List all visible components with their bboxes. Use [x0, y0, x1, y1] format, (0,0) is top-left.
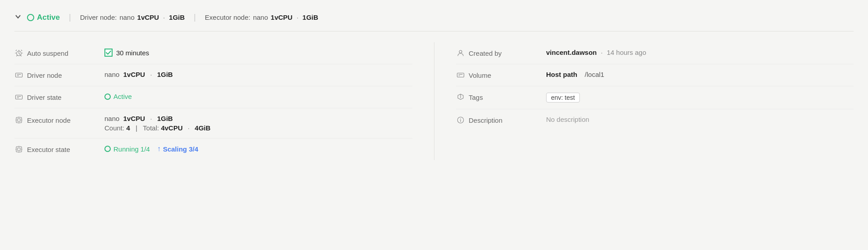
auto-suspend-minutes: 30 minutes — [116, 49, 149, 57]
running-circle-icon — [104, 146, 111, 152]
driver-node-cpu: 1vCPU — [137, 13, 159, 21]
executor-state-indicators: Running 1/4 ↑ Scaling 3/4 — [104, 145, 412, 153]
dot-1: · — [163, 13, 165, 21]
driver-state-value: Active — [104, 93, 412, 100]
driver-state-text: Driver state — [27, 94, 62, 101]
description-text: Description — [469, 116, 502, 124]
executor-node-ram-val: 1GiB — [157, 115, 173, 122]
svg-rect-8 — [18, 119, 20, 121]
separator-1: | — [69, 13, 71, 22]
executor-node-info: Executor node: nano 1vCPU · 1GiB — [205, 13, 318, 21]
tag-icon — [456, 93, 465, 102]
tags-text: Tags — [469, 94, 483, 101]
created-by-value: vincent.dawson · 14 hours ago — [546, 49, 854, 56]
driver-node-row-label: Driver node — [14, 71, 104, 80]
chevron-down-icon[interactable] — [14, 13, 22, 22]
executor-state-label: Executor state — [14, 145, 104, 154]
created-by-details: vincent.dawson · 14 hours ago — [546, 49, 854, 56]
status-label: Active — [37, 13, 60, 22]
svg-point-26 — [461, 119, 461, 119]
executor-node-spec: nano 1vCPU · 1GiB — [104, 115, 412, 122]
separator-2: | — [194, 13, 196, 22]
tags-row: Tags env: test — [456, 86, 854, 109]
status-indicator: Active — [27, 13, 60, 22]
description-row: Description No description — [456, 109, 854, 131]
executor-node-ram: 1GiB — [303, 13, 318, 21]
driver-node-cpu-val: 1vCPU — [123, 71, 145, 78]
user-icon — [456, 49, 465, 58]
driver-node-ram: 1GiB — [169, 13, 185, 21]
driver-node-label: Driver node: — [80, 13, 117, 21]
volume-path: /local1 — [585, 71, 604, 78]
volume-label: Volume — [456, 71, 546, 80]
svg-rect-4 — [16, 95, 23, 99]
svg-rect-13 — [16, 147, 22, 152]
driver-state-icon — [14, 93, 23, 102]
executor-state-value: Running 1/4 ↑ Scaling 3/4 — [104, 145, 412, 153]
svg-rect-1 — [16, 73, 23, 77]
tags-label: Tags — [456, 93, 546, 102]
created-time: 14 hours ago — [607, 49, 646, 56]
header-bar: Active | Driver node: nano 1vCPU · 1GiB … — [14, 7, 854, 31]
svg-rect-20 — [457, 73, 464, 77]
driver-node-ram-val: 1GiB — [157, 71, 173, 78]
executor-node-cpu-val: 1vCPU — [123, 115, 145, 122]
tags-value: env: test — [546, 93, 854, 103]
created-by-dot: · — [601, 49, 603, 56]
checkbox-icon — [104, 49, 113, 57]
driver-node-icon — [14, 71, 23, 80]
auto-suspend-label: Auto suspend — [14, 49, 104, 58]
created-by-row: Created by vincent.dawson · 14 hours ago — [456, 42, 854, 64]
executor-count-line: Count: 4 | Total: 4vCPU · 4GiB — [104, 124, 412, 132]
description-value: No description — [546, 116, 854, 123]
info-icon — [456, 116, 465, 125]
executor-node-type: nano — [253, 13, 268, 21]
no-description: No description — [546, 116, 589, 123]
executor-node-label: Executor node: — [205, 13, 250, 21]
volume-type: Host path — [546, 71, 577, 78]
running-indicator: Running 1/4 — [104, 145, 150, 153]
executor-node-label: Executor node — [14, 115, 104, 125]
executor-node-row: Executor node nano 1vCPU · 1GiB Count: 4… — [14, 108, 412, 138]
created-by-label: Created by — [456, 49, 546, 58]
scaling-indicator: ↑ Scaling 3/4 — [157, 145, 198, 153]
created-by-text: Created by — [469, 49, 502, 57]
executor-node-type-val: nano — [104, 115, 119, 122]
executor-state-text: Executor state — [27, 146, 70, 153]
volume-value: Host path /local1 — [546, 71, 854, 78]
executor-state-row: Executor state Running 1/4 ↑ Scaling 3/4 — [14, 138, 412, 160]
auto-suspend-text: Auto suspend — [27, 49, 68, 57]
driver-node-row: Driver node nano 1vCPU · 1GiB — [14, 64, 412, 86]
driver-node-type-val: nano — [104, 71, 119, 78]
auto-suspend-icon — [14, 49, 23, 58]
left-section: Auto suspend 30 minutes — [14, 42, 434, 160]
auto-suspend-row: Auto suspend 30 minutes — [14, 42, 412, 64]
driver-node-row-value: nano 1vCPU · 1GiB — [104, 71, 412, 78]
executor-node-icon — [14, 116, 23, 125]
executor-state-icon — [14, 145, 23, 154]
executor-node-cpu: 1vCPU — [271, 13, 292, 21]
driver-node-type: nano — [119, 13, 134, 21]
executor-node-value: nano 1vCPU · 1GiB Count: 4 | Total: 4vCP… — [104, 115, 412, 132]
driver-state-active: Active — [104, 93, 412, 100]
driver-node-info: Driver node: nano 1vCPU · 1GiB — [80, 13, 185, 21]
driver-state-row: Driver state Active — [14, 86, 412, 108]
volume-text: Volume — [469, 71, 491, 79]
svg-rect-7 — [16, 117, 22, 123]
scaling-arrow-icon: ↑ — [157, 145, 161, 153]
right-section: Created by vincent.dawson · 14 hours ago — [434, 42, 854, 160]
driver-node-row-text: Driver node — [27, 71, 62, 79]
tag-badge: env: test — [546, 93, 580, 103]
svg-point-19 — [459, 50, 462, 53]
volume-icon — [456, 71, 465, 80]
auto-suspend-value: 30 minutes — [104, 49, 412, 57]
description-label: Description — [456, 116, 546, 125]
creator-username: vincent.dawson — [546, 49, 597, 56]
main-grid: Auto suspend 30 minutes — [14, 42, 854, 160]
driver-state-label: Driver state — [14, 93, 104, 102]
driver-active-circle — [104, 94, 111, 100]
svg-rect-14 — [18, 148, 20, 151]
active-circle-icon — [27, 14, 34, 21]
executor-node-text: Executor node — [27, 116, 71, 124]
dot-2: · — [297, 13, 298, 21]
